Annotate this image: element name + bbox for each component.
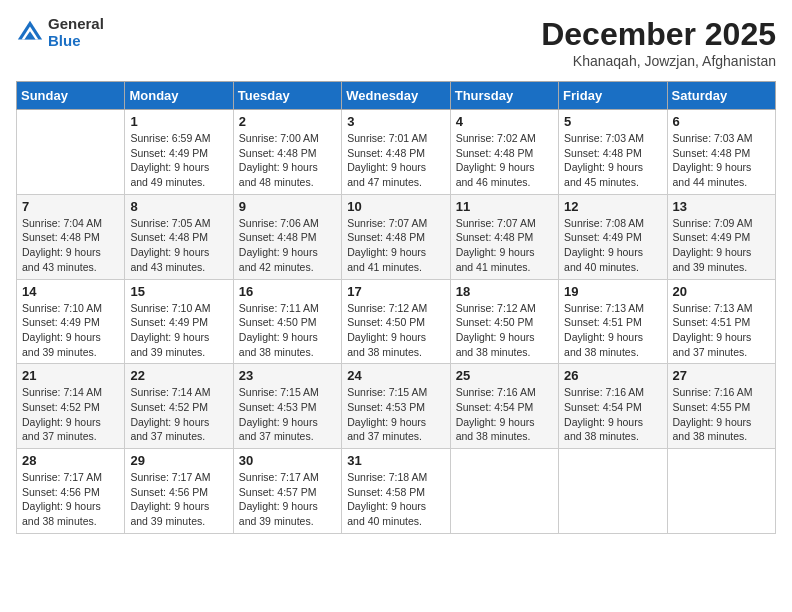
day-detail: Sunrise: 7:00 AM Sunset: 4:48 PM Dayligh… — [239, 131, 336, 190]
day-number: 13 — [673, 199, 770, 214]
calendar-cell: 10Sunrise: 7:07 AM Sunset: 4:48 PM Dayli… — [342, 194, 450, 279]
calendar-cell: 31Sunrise: 7:18 AM Sunset: 4:58 PM Dayli… — [342, 449, 450, 534]
day-detail: Sunrise: 7:09 AM Sunset: 4:49 PM Dayligh… — [673, 216, 770, 275]
week-row-4: 21Sunrise: 7:14 AM Sunset: 4:52 PM Dayli… — [17, 364, 776, 449]
day-detail: Sunrise: 7:13 AM Sunset: 4:51 PM Dayligh… — [564, 301, 661, 360]
calendar-cell: 29Sunrise: 7:17 AM Sunset: 4:56 PM Dayli… — [125, 449, 233, 534]
calendar-cell — [450, 449, 558, 534]
week-row-5: 28Sunrise: 7:17 AM Sunset: 4:56 PM Dayli… — [17, 449, 776, 534]
week-row-1: 1Sunrise: 6:59 AM Sunset: 4:49 PM Daylig… — [17, 110, 776, 195]
day-detail: Sunrise: 7:10 AM Sunset: 4:49 PM Dayligh… — [22, 301, 119, 360]
day-detail: Sunrise: 7:05 AM Sunset: 4:48 PM Dayligh… — [130, 216, 227, 275]
logo-text: General Blue — [48, 16, 104, 49]
calendar-cell — [559, 449, 667, 534]
calendar-cell: 20Sunrise: 7:13 AM Sunset: 4:51 PM Dayli… — [667, 279, 775, 364]
column-header-saturday: Saturday — [667, 82, 775, 110]
location: Khanaqah, Jowzjan, Afghanistan — [541, 53, 776, 69]
day-detail: Sunrise: 7:14 AM Sunset: 4:52 PM Dayligh… — [130, 385, 227, 444]
day-detail: Sunrise: 7:03 AM Sunset: 4:48 PM Dayligh… — [673, 131, 770, 190]
column-header-thursday: Thursday — [450, 82, 558, 110]
day-detail: Sunrise: 7:12 AM Sunset: 4:50 PM Dayligh… — [456, 301, 553, 360]
day-number: 28 — [22, 453, 119, 468]
day-detail: Sunrise: 7:12 AM Sunset: 4:50 PM Dayligh… — [347, 301, 444, 360]
calendar-table: SundayMondayTuesdayWednesdayThursdayFrid… — [16, 81, 776, 534]
day-number: 1 — [130, 114, 227, 129]
day-number: 19 — [564, 284, 661, 299]
calendar-cell: 13Sunrise: 7:09 AM Sunset: 4:49 PM Dayli… — [667, 194, 775, 279]
day-number: 15 — [130, 284, 227, 299]
day-number: 12 — [564, 199, 661, 214]
calendar-cell: 30Sunrise: 7:17 AM Sunset: 4:57 PM Dayli… — [233, 449, 341, 534]
calendar-cell: 21Sunrise: 7:14 AM Sunset: 4:52 PM Dayli… — [17, 364, 125, 449]
day-detail: Sunrise: 7:16 AM Sunset: 4:54 PM Dayligh… — [564, 385, 661, 444]
day-detail: Sunrise: 7:10 AM Sunset: 4:49 PM Dayligh… — [130, 301, 227, 360]
day-number: 8 — [130, 199, 227, 214]
day-number: 31 — [347, 453, 444, 468]
day-detail: Sunrise: 7:18 AM Sunset: 4:58 PM Dayligh… — [347, 470, 444, 529]
calendar-cell — [17, 110, 125, 195]
day-detail: Sunrise: 7:16 AM Sunset: 4:55 PM Dayligh… — [673, 385, 770, 444]
column-header-wednesday: Wednesday — [342, 82, 450, 110]
logo-blue: Blue — [48, 33, 104, 50]
column-header-tuesday: Tuesday — [233, 82, 341, 110]
column-header-sunday: Sunday — [17, 82, 125, 110]
day-detail: Sunrise: 7:15 AM Sunset: 4:53 PM Dayligh… — [239, 385, 336, 444]
day-detail: Sunrise: 7:11 AM Sunset: 4:50 PM Dayligh… — [239, 301, 336, 360]
day-number: 4 — [456, 114, 553, 129]
calendar-cell: 6Sunrise: 7:03 AM Sunset: 4:48 PM Daylig… — [667, 110, 775, 195]
title-block: December 2025 Khanaqah, Jowzjan, Afghani… — [541, 16, 776, 69]
column-header-friday: Friday — [559, 82, 667, 110]
calendar-cell: 25Sunrise: 7:16 AM Sunset: 4:54 PM Dayli… — [450, 364, 558, 449]
month-title: December 2025 — [541, 16, 776, 53]
calendar-cell: 8Sunrise: 7:05 AM Sunset: 4:48 PM Daylig… — [125, 194, 233, 279]
column-header-monday: Monday — [125, 82, 233, 110]
day-number: 20 — [673, 284, 770, 299]
day-number: 5 — [564, 114, 661, 129]
page-header: General Blue December 2025 Khanaqah, Jow… — [16, 16, 776, 69]
calendar-cell: 4Sunrise: 7:02 AM Sunset: 4:48 PM Daylig… — [450, 110, 558, 195]
day-number: 25 — [456, 368, 553, 383]
calendar-cell: 9Sunrise: 7:06 AM Sunset: 4:48 PM Daylig… — [233, 194, 341, 279]
day-number: 29 — [130, 453, 227, 468]
calendar-cell: 23Sunrise: 7:15 AM Sunset: 4:53 PM Dayli… — [233, 364, 341, 449]
day-number: 11 — [456, 199, 553, 214]
logo-icon — [16, 19, 44, 47]
day-detail: Sunrise: 7:04 AM Sunset: 4:48 PM Dayligh… — [22, 216, 119, 275]
calendar-cell: 12Sunrise: 7:08 AM Sunset: 4:49 PM Dayli… — [559, 194, 667, 279]
day-detail: Sunrise: 6:59 AM Sunset: 4:49 PM Dayligh… — [130, 131, 227, 190]
day-detail: Sunrise: 7:15 AM Sunset: 4:53 PM Dayligh… — [347, 385, 444, 444]
day-detail: Sunrise: 7:03 AM Sunset: 4:48 PM Dayligh… — [564, 131, 661, 190]
day-number: 24 — [347, 368, 444, 383]
day-number: 26 — [564, 368, 661, 383]
calendar-cell: 27Sunrise: 7:16 AM Sunset: 4:55 PM Dayli… — [667, 364, 775, 449]
calendar-cell: 14Sunrise: 7:10 AM Sunset: 4:49 PM Dayli… — [17, 279, 125, 364]
day-number: 22 — [130, 368, 227, 383]
calendar-cell: 1Sunrise: 6:59 AM Sunset: 4:49 PM Daylig… — [125, 110, 233, 195]
day-number: 3 — [347, 114, 444, 129]
calendar-cell: 26Sunrise: 7:16 AM Sunset: 4:54 PM Dayli… — [559, 364, 667, 449]
day-number: 16 — [239, 284, 336, 299]
day-detail: Sunrise: 7:08 AM Sunset: 4:49 PM Dayligh… — [564, 216, 661, 275]
day-number: 10 — [347, 199, 444, 214]
day-detail: Sunrise: 7:07 AM Sunset: 4:48 PM Dayligh… — [456, 216, 553, 275]
day-number: 18 — [456, 284, 553, 299]
calendar-cell: 7Sunrise: 7:04 AM Sunset: 4:48 PM Daylig… — [17, 194, 125, 279]
calendar-cell: 2Sunrise: 7:00 AM Sunset: 4:48 PM Daylig… — [233, 110, 341, 195]
day-detail: Sunrise: 7:13 AM Sunset: 4:51 PM Dayligh… — [673, 301, 770, 360]
day-detail: Sunrise: 7:17 AM Sunset: 4:57 PM Dayligh… — [239, 470, 336, 529]
calendar-cell: 3Sunrise: 7:01 AM Sunset: 4:48 PM Daylig… — [342, 110, 450, 195]
day-detail: Sunrise: 7:14 AM Sunset: 4:52 PM Dayligh… — [22, 385, 119, 444]
day-number: 21 — [22, 368, 119, 383]
day-number: 27 — [673, 368, 770, 383]
logo-general: General — [48, 16, 104, 33]
week-row-2: 7Sunrise: 7:04 AM Sunset: 4:48 PM Daylig… — [17, 194, 776, 279]
day-number: 30 — [239, 453, 336, 468]
day-number: 9 — [239, 199, 336, 214]
day-detail: Sunrise: 7:07 AM Sunset: 4:48 PM Dayligh… — [347, 216, 444, 275]
calendar-cell: 5Sunrise: 7:03 AM Sunset: 4:48 PM Daylig… — [559, 110, 667, 195]
day-detail: Sunrise: 7:16 AM Sunset: 4:54 PM Dayligh… — [456, 385, 553, 444]
day-detail: Sunrise: 7:02 AM Sunset: 4:48 PM Dayligh… — [456, 131, 553, 190]
day-number: 6 — [673, 114, 770, 129]
calendar-cell — [667, 449, 775, 534]
calendar-cell: 18Sunrise: 7:12 AM Sunset: 4:50 PM Dayli… — [450, 279, 558, 364]
